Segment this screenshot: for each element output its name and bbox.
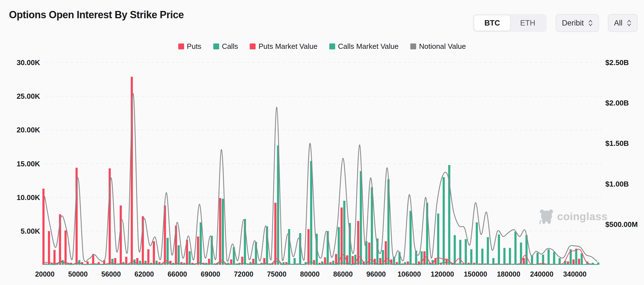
call-bar[interactable] <box>498 235 500 265</box>
call-bar[interactable] <box>575 249 577 265</box>
x-tick-label: 180000 <box>497 270 520 278</box>
put-bar[interactable] <box>523 258 525 265</box>
x-tick-label: 72000 <box>234 270 253 278</box>
bars-layer[interactable] <box>42 77 599 265</box>
calls-market-value-line <box>45 261 597 265</box>
put-bar[interactable] <box>335 254 337 265</box>
y-left-tick-label: 20.00K <box>17 126 40 134</box>
y-left-tick-label: 30.00K <box>17 58 40 67</box>
y-right-tick-label: $500.00M <box>605 220 638 229</box>
call-bar[interactable] <box>178 245 180 265</box>
call-bar[interactable] <box>476 222 478 265</box>
x-tick-label: 106000 <box>397 270 421 278</box>
x-tick-label: 66000 <box>168 270 187 278</box>
x-tick-label: 150000 <box>464 270 487 278</box>
put-bar[interactable] <box>274 203 277 265</box>
y-right-tick-label: $1.50B <box>605 139 629 148</box>
x-tick-label: 62000 <box>135 270 154 278</box>
x-tick-label: 56000 <box>101 270 121 278</box>
x-axis: 2000050000560006200066000690007200075000… <box>35 270 587 278</box>
y-axis-right: $2.50B$2.00B$1.50B$1.00B$500.00M <box>605 58 638 229</box>
x-tick-label: 86000 <box>333 270 353 278</box>
x-tick-label: 340000 <box>563 270 587 278</box>
notional-value-line <box>45 93 597 262</box>
y-left-tick-label: 5.00K <box>21 227 40 235</box>
call-bar[interactable] <box>548 249 550 265</box>
call-bar[interactable] <box>222 199 224 265</box>
y-left-tick-label: 10.00K <box>17 193 40 202</box>
call-bar[interactable] <box>581 253 583 265</box>
x-tick-label: 50000 <box>68 270 88 278</box>
call-bar[interactable] <box>509 248 511 265</box>
call-bar[interactable] <box>536 253 539 265</box>
x-tick-label: 75000 <box>267 270 287 278</box>
put-bar[interactable] <box>147 249 150 265</box>
x-tick-label: 20000 <box>35 270 55 278</box>
put-bar[interactable] <box>125 257 128 265</box>
y-axis-left: 30.00K25.00K20.00K15.00K10.00K5.00K <box>17 58 40 235</box>
call-bar[interactable] <box>409 211 412 265</box>
call-bar[interactable] <box>465 239 467 265</box>
call-bar[interactable] <box>481 249 483 265</box>
put-bar[interactable] <box>153 241 155 265</box>
call-bar[interactable] <box>310 161 312 265</box>
call-bar[interactable] <box>470 249 472 265</box>
call-bar[interactable] <box>454 235 456 265</box>
y-right-tick-label: $1.00B <box>605 180 629 188</box>
x-tick-label: 240000 <box>530 270 553 278</box>
put-bar[interactable] <box>307 229 310 265</box>
put-bar[interactable] <box>64 230 67 265</box>
call-bar[interactable] <box>200 222 202 265</box>
put-bar[interactable] <box>219 198 221 265</box>
put-bar[interactable] <box>42 189 45 265</box>
call-bar[interactable] <box>189 251 191 265</box>
call-bar[interactable] <box>597 263 599 265</box>
put-bar[interactable] <box>385 241 387 265</box>
call-bar[interactable] <box>515 232 517 265</box>
put-bar[interactable] <box>352 256 354 265</box>
x-tick-label: 96000 <box>366 270 386 278</box>
y-right-tick-label: $2.50B <box>605 58 629 67</box>
put-bar[interactable] <box>573 259 575 265</box>
put-bar[interactable] <box>197 236 199 265</box>
call-bar[interactable] <box>459 240 462 265</box>
call-bar[interactable] <box>437 213 439 265</box>
put-bar[interactable] <box>578 259 580 265</box>
chart-canvas[interactable]: 30.00K25.00K20.00K15.00K10.00K5.00K$2.50… <box>0 0 644 285</box>
call-bar[interactable] <box>553 252 555 265</box>
call-bar[interactable] <box>531 255 533 265</box>
y-left-tick-label: 25.00K <box>17 92 40 100</box>
x-tick-label: 80000 <box>300 270 320 278</box>
call-bar[interactable] <box>503 248 506 265</box>
call-bar[interactable] <box>443 177 445 265</box>
put-bar[interactable] <box>54 250 56 265</box>
x-tick-label: 69000 <box>201 270 220 278</box>
put-bar[interactable] <box>48 231 50 265</box>
x-tick-label: 120000 <box>431 270 454 278</box>
call-bar[interactable] <box>487 237 489 265</box>
y-right-tick-label: $2.00B <box>605 99 629 107</box>
y-left-tick-label: 15.00K <box>17 160 40 168</box>
